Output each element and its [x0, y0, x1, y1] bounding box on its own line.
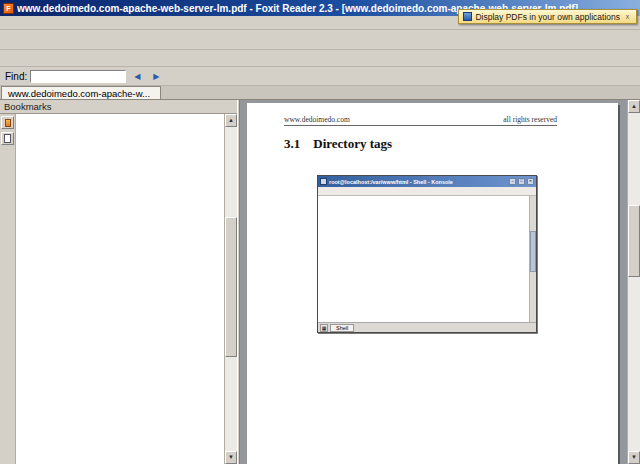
content-area: Bookmarks ▲ ▼ www.ded	[0, 100, 640, 464]
terminal-screenshot: root@localhost:/var/www/html - Shell - K…	[317, 175, 537, 333]
terminal-content	[318, 196, 536, 322]
toolbar-row-1	[0, 30, 640, 50]
find-bar: Find: ◀ ▶	[0, 67, 640, 86]
terminal-close-icon: ×	[527, 178, 534, 185]
terminal-tab-bar: ▦ Shell	[318, 322, 536, 332]
section-title: Directory tags	[313, 136, 392, 151]
bookmarks-panel-tab[interactable]	[1, 116, 14, 129]
page-running-header: www.dedoimedo.com all rights reserved	[284, 115, 557, 124]
bookmarks-scrollbar[interactable]: ▲ ▼	[224, 114, 237, 464]
scrollbar-thumb[interactable]	[628, 205, 640, 277]
terminal-new-session-icon: ▦	[320, 324, 328, 332]
konsole-icon	[320, 178, 327, 185]
find-next-icon[interactable]: ▶	[148, 69, 164, 83]
find-label: Find:	[5, 71, 27, 82]
document-tab-bar: www.dedoimedo.com-apache-w...	[0, 86, 640, 100]
section-heading: 3.1Directory tags	[284, 136, 392, 152]
scroll-down-icon[interactable]: ▼	[225, 451, 237, 464]
document-tab[interactable]: www.dedoimedo.com-apache-w...	[1, 86, 161, 99]
bookmark-tree	[16, 114, 224, 464]
terminal-scroll-thumb	[530, 231, 536, 271]
pages-panel-tab[interactable]	[1, 132, 14, 145]
bookmarks-panel: Bookmarks ▲ ▼	[0, 100, 237, 464]
page-header-right: all rights reserved	[503, 115, 557, 124]
terminal-title: root@localhost:/var/www/html - Shell - K…	[329, 179, 507, 185]
terminal-title-bar: root@localhost:/var/www/html - Shell - K…	[318, 176, 536, 187]
find-input[interactable]	[30, 70, 126, 83]
promo-close-icon[interactable]: x	[623, 13, 632, 20]
document-scrollbar[interactable]: ▲ ▼	[627, 100, 640, 464]
section-number: 3.1	[284, 136, 300, 151]
bookmark-tab-icon	[5, 119, 11, 127]
find-previous-icon[interactable]: ◀	[129, 69, 145, 83]
navigation-tab-strip	[0, 114, 16, 464]
promo-text: Display PDFs in your own applications	[475, 12, 620, 22]
scroll-up-icon[interactable]: ▲	[628, 100, 640, 113]
terminal-maximize-icon: □	[518, 178, 525, 185]
bookmarks-panel-body: ▲ ▼	[0, 113, 237, 464]
promo-icon	[463, 12, 472, 21]
scrollbar-track[interactable]	[628, 113, 640, 451]
pages-tab-icon	[4, 134, 11, 143]
scroll-down-icon[interactable]: ▼	[628, 451, 640, 464]
toolbar-row-2	[0, 50, 640, 67]
page-header-left: www.dedoimedo.com	[284, 115, 350, 124]
bookmarks-panel-title: Bookmarks	[0, 100, 237, 113]
scroll-up-icon[interactable]: ▲	[225, 114, 237, 127]
terminal-scrollbar	[529, 196, 536, 322]
scrollbar-thumb[interactable]	[225, 217, 237, 357]
terminal-menu-bar	[318, 187, 536, 196]
promo-banner[interactable]: Display PDFs in your own applications x	[458, 9, 637, 24]
pdf-page: www.dedoimedo.com all rights reserved 3.…	[247, 103, 618, 464]
page-header-rule	[284, 125, 557, 126]
document-view: www.dedoimedo.com all rights reserved 3.…	[240, 100, 640, 464]
foxit-logo-icon: F	[3, 3, 14, 14]
terminal-shell-tab: Shell	[330, 324, 354, 332]
scrollbar-track[interactable]	[225, 127, 237, 451]
foxit-reader-window: F www.dedoimedo.com-apache-web-server-lm…	[0, 0, 640, 464]
terminal-minimize-icon: –	[509, 178, 516, 185]
